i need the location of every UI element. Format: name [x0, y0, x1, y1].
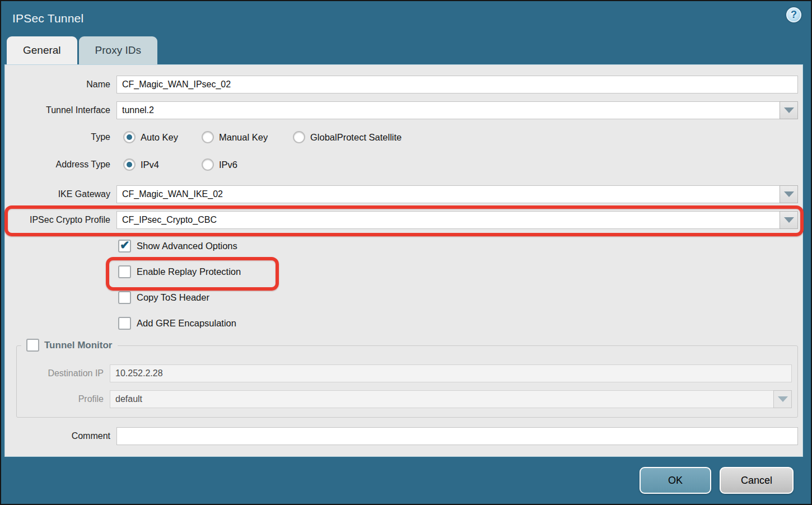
- monitor-profile-label: Profile: [17, 394, 110, 404]
- enable-replay-protection-label: Enable Replay Protection: [137, 266, 241, 277]
- type-option-manual-key-label: Manual Key: [219, 132, 268, 143]
- chevron-down-icon: [784, 217, 794, 223]
- radio-selected-icon[interactable]: [123, 131, 136, 143]
- name-row: Name: [5, 76, 798, 93]
- dialog-titlebar: IPSec Tunnel: [1, 1, 811, 36]
- address-type-option-ipv6[interactable]: IPv6: [202, 158, 237, 171]
- ok-button-label: OK: [668, 475, 683, 487]
- enable-replay-protection-row[interactable]: Enable Replay Protection: [118, 265, 798, 278]
- destination-ip-input: [110, 364, 792, 382]
- address-type-label: Address Type: [5, 160, 116, 170]
- enable-replay-protection-checkbox[interactable]: [118, 265, 131, 278]
- comment-label: Comment: [5, 431, 116, 441]
- monitor-profile-input: [110, 390, 773, 408]
- cancel-button[interactable]: Cancel: [720, 467, 794, 494]
- monitor-profile-dropdown-button: [773, 390, 792, 408]
- tab-bar: General Proxy IDs: [1, 36, 811, 64]
- ike-gateway-label: IKE Gateway: [5, 189, 116, 199]
- ipsec-crypto-profile-dropdown-button[interactable]: [780, 211, 798, 229]
- tunnel-interface-row: Tunnel Interface: [5, 101, 798, 119]
- tunnel-monitor-fieldset: Tunnel Monitor Destination IP Profile: [16, 345, 798, 418]
- comment-row: Comment: [5, 427, 798, 445]
- add-gre-encapsulation-row[interactable]: Add GRE Encapsulation: [118, 317, 798, 330]
- dialog-footer: OK Cancel: [1, 457, 811, 504]
- type-label: Type: [5, 132, 116, 142]
- ipsec-crypto-profile-label: IPSec Crypto Profile: [5, 215, 116, 225]
- chevron-down-icon: [784, 107, 794, 113]
- address-type-row: Address Type IPv4 IPv6: [5, 158, 798, 171]
- type-option-auto-key[interactable]: Auto Key: [123, 131, 202, 143]
- add-gre-encapsulation-checkbox[interactable]: [118, 317, 131, 330]
- ike-gateway-dropdown-button[interactable]: [780, 185, 798, 203]
- cancel-button-label: Cancel: [741, 475, 772, 487]
- radio-unselected-icon[interactable]: [293, 131, 305, 143]
- tunnel-interface-label: Tunnel Interface: [5, 105, 116, 115]
- help-icon[interactable]: ?: [786, 7, 801, 22]
- comment-input[interactable]: [116, 427, 798, 445]
- radio-unselected-icon[interactable]: [202, 131, 214, 143]
- radio-selected-icon[interactable]: [123, 158, 136, 171]
- destination-ip-row: Destination IP: [17, 364, 792, 382]
- type-option-globalprotect-satellite[interactable]: GlobalProtect Satellite: [293, 131, 402, 143]
- show-advanced-options-label: Show Advanced Options: [137, 241, 237, 251]
- add-gre-encapsulation-label: Add GRE Encapsulation: [137, 318, 236, 329]
- tunnel-monitor-legend[interactable]: Tunnel Monitor: [21, 339, 118, 352]
- show-advanced-options-checkbox[interactable]: [118, 240, 131, 252]
- type-option-globalprotect-satellite-label: GlobalProtect Satellite: [310, 132, 402, 143]
- tunnel-interface-input[interactable]: [116, 101, 780, 119]
- address-type-option-ipv4-label: IPv4: [141, 160, 159, 170]
- tab-proxy-ids[interactable]: Proxy IDs: [79, 36, 157, 64]
- monitor-profile-row: Profile: [17, 390, 792, 408]
- help-icon-glyph: ?: [791, 9, 797, 21]
- address-type-option-ipv4[interactable]: IPv4: [123, 158, 202, 171]
- ike-gateway-row: IKE Gateway: [5, 185, 798, 203]
- type-option-manual-key[interactable]: Manual Key: [202, 131, 293, 143]
- tunnel-monitor-label: Tunnel Monitor: [44, 340, 113, 351]
- copy-tos-header-label: Copy ToS Header: [137, 292, 209, 303]
- dialog-title: IPSec Tunnel: [12, 12, 83, 25]
- ipsec-crypto-profile-row: IPSec Crypto Profile: [5, 211, 798, 229]
- tunnel-monitor-checkbox[interactable]: [26, 339, 39, 352]
- ike-gateway-input[interactable]: [116, 185, 780, 203]
- ok-button[interactable]: OK: [640, 467, 711, 494]
- copy-tos-header-row[interactable]: Copy ToS Header: [118, 291, 798, 304]
- chevron-down-icon: [784, 191, 794, 197]
- name-label: Name: [5, 80, 116, 90]
- chevron-down-icon: [778, 396, 788, 402]
- type-option-auto-key-label: Auto Key: [141, 132, 178, 143]
- tab-general[interactable]: General: [7, 36, 77, 64]
- tab-general-label: General: [23, 44, 61, 57]
- show-advanced-options-row[interactable]: Show Advanced Options: [118, 240, 798, 252]
- copy-tos-header-checkbox[interactable]: [118, 291, 131, 304]
- destination-ip-label: Destination IP: [17, 368, 110, 378]
- tunnel-interface-dropdown-button[interactable]: [780, 101, 798, 119]
- ipsec-tunnel-dialog: IPSec Tunnel ? General Proxy IDs Name Tu…: [0, 0, 812, 505]
- radio-unselected-icon[interactable]: [202, 158, 214, 171]
- ipsec-crypto-profile-input[interactable]: [116, 211, 780, 229]
- address-type-option-ipv6-label: IPv6: [219, 160, 237, 170]
- type-row: Type Auto Key Manual Key GlobalProtect S…: [5, 131, 798, 143]
- tab-proxy-ids-label: Proxy IDs: [95, 44, 141, 57]
- general-tab-panel: Name Tunnel Interface Type: [4, 64, 803, 457]
- name-input[interactable]: [116, 76, 798, 93]
